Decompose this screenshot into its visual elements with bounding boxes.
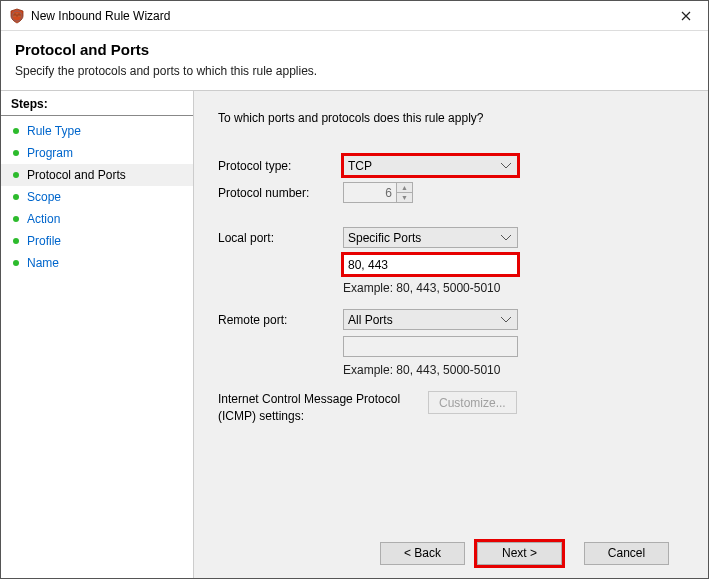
bullet-icon (13, 128, 19, 134)
sidebar-step-item[interactable]: Protocol and Ports (1, 164, 193, 186)
spinner-down-icon[interactable]: ▼ (397, 193, 412, 202)
remote-port-row: Remote port: All Ports (218, 309, 690, 330)
steps-sidebar: Steps: Rule TypeProgramProtocol and Port… (1, 91, 194, 578)
sidebar-step-item[interactable]: Name (1, 252, 193, 274)
remote-port-example: Example: 80, 443, 5000-5010 (343, 363, 690, 377)
firewall-icon (9, 8, 25, 24)
protocol-type-row: Protocol type: TCP (218, 155, 690, 176)
bullet-icon (13, 172, 19, 178)
step-label: Protocol and Ports (27, 168, 126, 182)
bullet-icon (13, 194, 19, 200)
local-port-example: Example: 80, 443, 5000-5010 (343, 281, 690, 295)
remote-port-input (343, 336, 518, 357)
cancel-button[interactable]: Cancel (584, 542, 669, 565)
wizard-footer: < Back Next > Cancel (218, 528, 690, 578)
titlebar: New Inbound Rule Wizard (1, 1, 708, 31)
form: Protocol type: TCP Protocol number: 6 ▲ … (218, 155, 690, 528)
local-port-row: Local port: Specific Ports (218, 227, 690, 248)
page-subtitle: Specify the protocols and ports to which… (15, 64, 694, 78)
step-label: Name (27, 256, 59, 270)
sidebar-step-item[interactable]: Rule Type (1, 120, 193, 142)
sidebar-step-item[interactable]: Action (1, 208, 193, 230)
question-text: To which ports and protocols does this r… (218, 111, 690, 125)
content-pane: To which ports and protocols does this r… (194, 91, 708, 578)
wizard-body: Steps: Rule TypeProgramProtocol and Port… (1, 90, 708, 578)
window-title: New Inbound Rule Wizard (31, 9, 663, 23)
bullet-icon (13, 238, 19, 244)
close-button[interactable] (663, 1, 708, 30)
local-port-value-row (218, 254, 690, 275)
steps-list: Rule TypeProgramProtocol and PortsScopeA… (1, 116, 193, 278)
wizard-window: New Inbound Rule Wizard Protocol and Por… (0, 0, 709, 579)
sidebar-step-item[interactable]: Program (1, 142, 193, 164)
sidebar-step-item[interactable]: Scope (1, 186, 193, 208)
back-button[interactable]: < Back (380, 542, 465, 565)
remote-port-label: Remote port: (218, 313, 343, 327)
step-label: Rule Type (27, 124, 81, 138)
wizard-header: Protocol and Ports Specify the protocols… (1, 31, 708, 90)
protocol-type-select[interactable]: TCP (343, 155, 518, 176)
protocol-number-row: Protocol number: 6 ▲ ▼ (218, 182, 690, 203)
close-icon (681, 11, 691, 21)
protocol-number-spinner[interactable]: 6 ▲ ▼ (343, 182, 413, 203)
icmp-label: Internet Control Message Protocol (ICMP)… (218, 391, 428, 425)
remote-port-value-row (218, 336, 690, 357)
bullet-icon (13, 260, 19, 266)
bullet-icon (13, 150, 19, 156)
local-port-input[interactable] (343, 254, 518, 275)
step-label: Profile (27, 234, 61, 248)
step-label: Action (27, 212, 60, 226)
step-label: Scope (27, 190, 61, 204)
protocol-number-label: Protocol number: (218, 186, 343, 200)
remote-port-mode-select[interactable]: All Ports (343, 309, 518, 330)
local-port-label: Local port: (218, 231, 343, 245)
local-port-mode-select[interactable]: Specific Ports (343, 227, 518, 248)
bullet-icon (13, 216, 19, 222)
icmp-row: Internet Control Message Protocol (ICMP)… (218, 391, 690, 425)
sidebar-step-item[interactable]: Profile (1, 230, 193, 252)
customize-button: Customize... (428, 391, 517, 414)
page-title: Protocol and Ports (15, 41, 694, 58)
spinner-arrows: ▲ ▼ (396, 183, 412, 202)
next-button[interactable]: Next > (477, 542, 562, 565)
spinner-up-icon[interactable]: ▲ (397, 183, 412, 193)
steps-header: Steps: (1, 91, 193, 116)
protocol-type-label: Protocol type: (218, 159, 343, 173)
step-label: Program (27, 146, 73, 160)
